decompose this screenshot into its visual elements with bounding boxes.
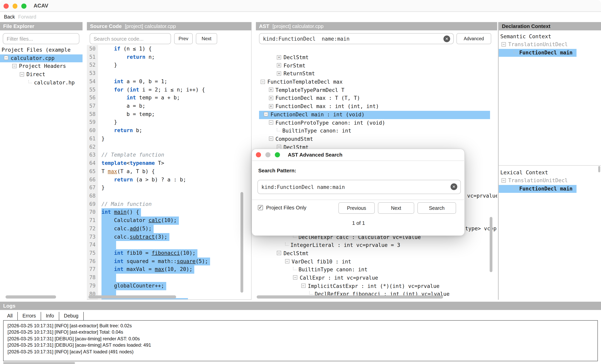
ast-node[interactable]: IntegerLiteral : int vc=prvalue = 10: [256, 298, 497, 300]
collapse-icon[interactable]: −: [269, 120, 273, 125]
lexical-context-item[interactable]: −TranslationUnitDecl: [499, 177, 601, 185]
source-line[interactable]: 65T max(T a, T b) {: [87, 168, 251, 176]
file-tree-item[interactable]: calculator.hp: [0, 79, 82, 87]
prev-button[interactable]: Prev: [174, 33, 193, 44]
source-line[interactable]: 74: [87, 241, 251, 249]
ast-horizontal-scrollbar[interactable]: [257, 295, 443, 298]
project-files-only-checkbox[interactable]: ✓: [258, 205, 263, 210]
lexical-context-tree[interactable]: −TranslationUnitDeclFunctionDecl main: [499, 177, 601, 193]
next-button[interactable]: Next: [196, 33, 217, 44]
ast-node[interactable]: +ForStmt: [256, 62, 497, 70]
ast-node[interactable]: +FunctionDecl max : int (int, int): [256, 103, 497, 111]
source-line[interactable]: 64template<typename T>: [87, 159, 251, 167]
close-window-icon[interactable]: [4, 4, 9, 9]
minimize-window-icon[interactable]: [12, 4, 17, 9]
file-tree-item[interactable]: −Project Headers: [0, 63, 82, 71]
log-tab-all[interactable]: All: [5, 313, 17, 319]
collapse-icon[interactable]: −: [277, 251, 281, 255]
ast-node[interactable]: −CompoundStmt: [256, 135, 497, 143]
source-line[interactable]: 71 Calculator calc(10);: [87, 217, 251, 225]
source-line[interactable]: 78: [87, 274, 251, 282]
source-line[interactable]: 77 int maxVal = max(10, 20);: [87, 266, 251, 274]
source-line[interactable]: 76 int squared = math::square(5);: [87, 257, 251, 265]
expand-icon[interactable]: +: [277, 63, 281, 67]
source-line[interactable]: 53: [87, 69, 251, 77]
source-line[interactable]: 51 return n;: [87, 53, 251, 61]
ast-node[interactable]: −FunctionTemplateDecl max: [256, 78, 497, 86]
back-button[interactable]: Back: [4, 14, 15, 20]
collapse-icon[interactable]: −: [20, 72, 24, 76]
expand-icon[interactable]: +: [277, 55, 281, 59]
collapse-icon[interactable]: −: [501, 178, 506, 182]
source-line[interactable]: 59 }: [87, 118, 251, 127]
file-tree-item[interactable]: Project Files (example: [0, 46, 82, 54]
expand-icon[interactable]: +: [269, 96, 273, 100]
collapse-icon[interactable]: −: [269, 137, 273, 141]
ast-node[interactable]: +DeclStmt: [256, 54, 497, 62]
collapse-icon[interactable]: −: [301, 284, 305, 288]
source-line[interactable]: 66 return (a > b) ? a : b;: [87, 176, 251, 184]
logs-horizontal-scrollbar[interactable]: [3, 362, 75, 364]
ast-node[interactable]: +ReturnStmt: [256, 70, 497, 78]
collapse-icon[interactable]: −: [277, 145, 281, 149]
ast-node[interactable]: IntegerLiteral : int vc=prvalue = 3: [256, 241, 497, 249]
context-scrollbar[interactable]: [598, 166, 600, 172]
ast-node[interactable]: −ImplicitCastExpr : int (*)(int) vc=prva…: [256, 282, 497, 290]
source-line[interactable]: 52 }: [87, 61, 251, 69]
ast-tree[interactable]: +DeclStmt+ForStmt+ReturnStmt−FunctionTem…: [256, 54, 497, 152]
semantic-context-tree[interactable]: −TranslationUnitDeclFunctionDecl main: [499, 41, 601, 57]
source-line[interactable]: 55 for (int i = 2; i ≤ n; i++) {: [87, 86, 251, 94]
file-horizontal-scrollbar[interactable]: [6, 295, 56, 298]
advanced-button[interactable]: Advanced: [456, 33, 491, 44]
log-tab-debug[interactable]: Debug: [59, 313, 83, 319]
source-line[interactable]: 57 a = b;: [87, 102, 251, 110]
ast-node[interactable]: −VarDecl fib10 : int: [256, 258, 497, 266]
dialog-search-input[interactable]: [258, 180, 461, 194]
lexical-context-item[interactable]: FunctionDecl main: [499, 185, 577, 193]
source-line[interactable]: 68: [87, 192, 251, 200]
ast-node[interactable]: BuiltinType canon: int: [256, 266, 497, 274]
source-line[interactable]: 56 int temp = a + b;: [87, 94, 251, 102]
collapse-icon[interactable]: −: [293, 276, 297, 280]
ast-node[interactable]: −DeclStmt: [256, 250, 497, 258]
source-line[interactable]: 69// Main function: [87, 200, 251, 208]
source-line[interactable]: 63// Template function: [87, 151, 251, 159]
next-result-button[interactable]: Next: [378, 202, 414, 214]
source-line[interactable]: 72 calc.add(5);: [87, 225, 251, 233]
filter-files-input[interactable]: [3, 33, 79, 44]
clear-search-icon[interactable]: ✕: [443, 35, 450, 42]
ast-node[interactable]: −CallExpr : int vc=prvalue: [256, 274, 497, 282]
ast-tree-lower[interactable]: DeclRefExpr calc : Calculator vc=lvalueI…: [256, 233, 497, 300]
log-tab-info[interactable]: Info: [41, 313, 59, 319]
expand-icon[interactable]: +: [277, 71, 281, 76]
collapse-icon[interactable]: −: [4, 56, 8, 60]
semantic-context-item[interactable]: FunctionDecl main: [499, 49, 577, 57]
ast-node[interactable]: BuiltinType canon: int: [256, 127, 497, 135]
source-line[interactable]: 58 b = temp;: [87, 110, 251, 118]
source-code-view[interactable]: 50 if (n ≤ 1) {51 return n;52 }5354 int …: [87, 45, 251, 300]
source-line[interactable]: 61}: [87, 135, 251, 143]
dialog-close-icon[interactable]: [256, 152, 261, 157]
source-line[interactable]: 62: [87, 143, 251, 151]
file-tree-item[interactable]: −Direct: [0, 71, 82, 79]
expand-icon[interactable]: +: [269, 104, 273, 108]
source-line[interactable]: 60 return b;: [87, 127, 251, 135]
semantic-context-item[interactable]: −TranslationUnitDecl: [499, 41, 601, 49]
collapse-icon[interactable]: −: [260, 79, 265, 84]
ast-node[interactable]: −FunctionProtoType canon: int (void): [256, 119, 497, 127]
source-line[interactable]: 79 globalCounter++;: [87, 282, 251, 290]
zoom-window-icon[interactable]: [21, 4, 26, 9]
search-button[interactable]: Search: [417, 202, 456, 214]
collapse-icon[interactable]: −: [12, 64, 17, 68]
source-line[interactable]: 73 calc.subtract(3);: [87, 233, 251, 241]
logs-output[interactable]: [2026-03-25 10:17:31] [INFO] [ast-extrac…: [3, 320, 598, 361]
ast-search-input[interactable]: [259, 33, 454, 44]
source-line[interactable]: 67}: [87, 184, 251, 192]
source-line[interactable]: 50 if (n ≤ 1) {: [87, 45, 251, 53]
file-tree-item[interactable]: −calculator.cpp: [0, 54, 82, 62]
log-tab-errors[interactable]: Errors: [18, 313, 41, 319]
collapse-icon[interactable]: −: [285, 259, 289, 263]
dialog-clear-search-icon[interactable]: ✕: [451, 183, 457, 190]
ast-node[interactable]: −FunctionDecl main : int (void): [259, 111, 490, 119]
ast-vertical-scrollbar[interactable]: [490, 217, 492, 272]
